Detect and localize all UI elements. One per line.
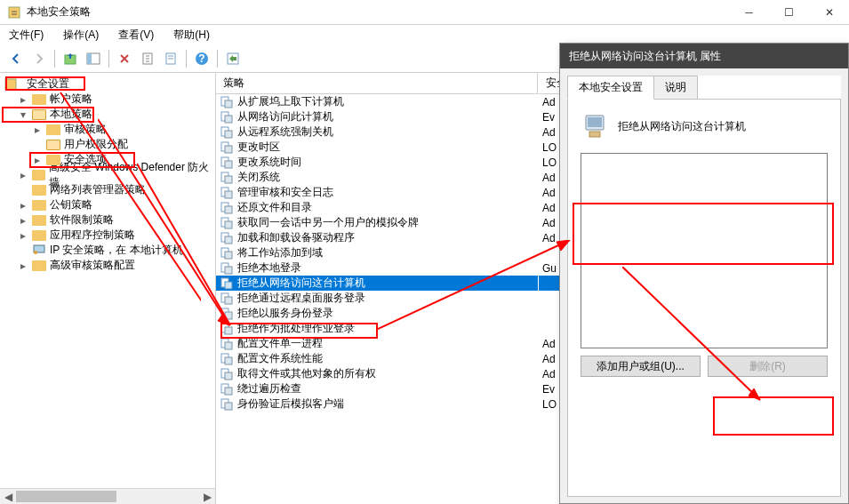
policy-icon: [220, 126, 234, 139]
tree-item-IP 安全策略，在 本地计算机[interactable]: IP 安全策略，在 本地计算机: [0, 243, 215, 258]
folder-icon: [46, 155, 60, 165]
help-button[interactable]: ?: [191, 48, 212, 69]
svg-rect-3: [87, 53, 92, 64]
policy-row[interactable]: 将工作站添加到域: [216, 245, 538, 260]
svg-rect-33: [225, 252, 232, 259]
back-button[interactable]: [5, 48, 27, 69]
tree-item-软件限制策略[interactable]: ▸软件限制策略: [0, 212, 215, 228]
policy-row[interactable]: 更改系统时间: [216, 155, 538, 170]
policy-row[interactable]: 取得文件或其他对象的所有权: [216, 366, 538, 381]
tree-item-label: 本地策略: [50, 107, 92, 122]
expander-icon[interactable]: ▸: [18, 215, 28, 226]
expander-icon[interactable]: ▸: [18, 200, 28, 211]
menu-help[interactable]: 帮助(H): [170, 26, 213, 44]
svg-rect-17: [225, 131, 232, 138]
policy-row[interactable]: 还原文件和目录: [216, 200, 538, 215]
tree-item-高级审核策略配置[interactable]: ▸高级审核策略配置: [0, 258, 215, 273]
menu-action[interactable]: 操作(A): [60, 26, 102, 44]
policy-name: 配置文件系统性能: [237, 351, 323, 366]
tree-item-本地策略[interactable]: ▾本地策略: [0, 107, 215, 122]
expander-icon[interactable]: [32, 140, 43, 150]
policy-icon: [220, 262, 234, 275]
show-hide-button[interactable]: [83, 48, 104, 69]
policy-name: 还原文件和目录: [237, 200, 312, 215]
up-button[interactable]: [60, 48, 81, 69]
policy-row[interactable]: 关闭系统: [216, 170, 538, 185]
folder-icon: [32, 260, 46, 271]
policy-row[interactable]: 配置文件单一进程: [216, 336, 538, 351]
policy-name: 管理审核和安全日志: [237, 185, 333, 200]
policy-row[interactable]: 管理审核和安全日志: [216, 185, 538, 200]
policy-row[interactable]: 拒绝作为批处理作业登录: [216, 321, 538, 336]
menu-view[interactable]: 查看(V): [115, 26, 157, 44]
minimize-button[interactable]: ─: [729, 0, 769, 25]
policy-row[interactable]: 从网络访问此计算机: [216, 109, 538, 124]
add-user-button[interactable]: 添加用户或组(U)...: [581, 356, 701, 377]
policy-row[interactable]: 拒绝以服务身份登录: [216, 306, 538, 321]
menu-file[interactable]: 文件(F): [5, 26, 47, 44]
tree-scrollbar[interactable]: ◀ ▶: [0, 488, 215, 504]
svg-text:?: ?: [198, 52, 204, 65]
policy-row[interactable]: 身份验证后模拟客户端: [216, 396, 538, 412]
policy-row[interactable]: 配置文件系统性能: [216, 351, 538, 366]
policy-row[interactable]: 更改时区: [216, 140, 538, 155]
expander-icon[interactable]: ▸: [18, 260, 28, 271]
expander-icon[interactable]: ▾: [18, 109, 28, 120]
maximize-button[interactable]: ☐: [769, 0, 809, 25]
delete-button[interactable]: [114, 48, 135, 69]
policy-name: 加载和卸载设备驱动程序: [237, 230, 355, 245]
dialog-policy-name: 拒绝从网络访问这台计算机: [618, 119, 746, 134]
forward-button[interactable]: [28, 48, 50, 69]
expander-icon[interactable]: ▸: [32, 155, 43, 165]
close-button[interactable]: ✕: [809, 0, 849, 25]
folder-icon: [32, 215, 46, 226]
policy-row[interactable]: 拒绝从网络访问这台计算机: [216, 276, 538, 291]
policy-name: 关闭系统: [237, 170, 280, 185]
policy-name: 更改时区: [237, 140, 280, 155]
policy-icon: [220, 323, 234, 335]
tree-item-帐户策略[interactable]: ▸帐户策略: [0, 92, 215, 107]
svg-point-11: [34, 251, 37, 254]
policy-row[interactable]: 从扩展坞上取下计算机: [216, 94, 538, 109]
tab-description[interactable]: 说明: [654, 76, 698, 100]
expander-icon[interactable]: ▸: [18, 230, 28, 241]
remove-button: 删除(R): [708, 356, 828, 377]
tab-local-security[interactable]: 本地安全设置: [567, 76, 654, 100]
properties-button[interactable]: [160, 48, 181, 69]
tree-item-label: 公钥策略: [50, 197, 92, 212]
users-listbox[interactable]: [581, 153, 828, 348]
policy-name: 绕过遍历检查: [237, 381, 301, 396]
refresh2-button[interactable]: [222, 48, 244, 69]
tree-root[interactable]: 安全设置: [0, 76, 215, 92]
expander-icon[interactable]: ▸: [32, 124, 43, 135]
svg-rect-47: [225, 357, 232, 364]
policy-row[interactable]: 加载和卸载设备驱动程序: [216, 230, 538, 245]
policy-icon: [220, 141, 234, 154]
tree-item-高级安全 Windows Defender 防火墙[interactable]: ▸高级安全 Windows Defender 防火墙: [0, 167, 215, 182]
tree-item-label: 软件限制策略: [50, 212, 114, 228]
svg-rect-25: [225, 191, 232, 198]
tree-item-公钥策略[interactable]: ▸公钥策略: [0, 197, 215, 212]
tree-item-label: 网络列表管理器策略: [50, 182, 146, 197]
policy-row[interactable]: 拒绝通过远程桌面服务登录: [216, 291, 538, 306]
policy-row[interactable]: 拒绝本地登录: [216, 260, 538, 276]
policy-icon: [220, 398, 234, 411]
col-header-policy[interactable]: 策略: [216, 73, 538, 94]
policy-name: 获取同一会话中另一个用户的模拟令牌: [237, 215, 419, 230]
policy-row[interactable]: 绕过遍历检查: [216, 381, 538, 396]
tree-item-用户权限分配[interactable]: 用户权限分配: [0, 137, 215, 152]
tree-item-应用程序控制策略[interactable]: ▸应用程序控制策略: [0, 228, 215, 243]
expander-icon[interactable]: [18, 245, 28, 256]
policy-row[interactable]: 获取同一会话中另一个用户的模拟令牌: [216, 215, 538, 230]
expander-icon[interactable]: ▸: [18, 94, 28, 105]
policy-row[interactable]: 从远程系统强制关机: [216, 124, 538, 140]
policy-icon: [220, 292, 234, 305]
policy-name: 配置文件单一进程: [237, 336, 323, 351]
svg-rect-51: [225, 388, 232, 395]
export-button[interactable]: [137, 48, 158, 69]
policy-name: 拒绝作为批处理作业登录: [237, 321, 355, 336]
policy-icon: [220, 232, 234, 244]
tree-item-审核策略[interactable]: ▸审核策略: [0, 122, 215, 137]
expander-icon[interactable]: ▸: [18, 170, 28, 180]
expander-icon[interactable]: [18, 185, 28, 196]
